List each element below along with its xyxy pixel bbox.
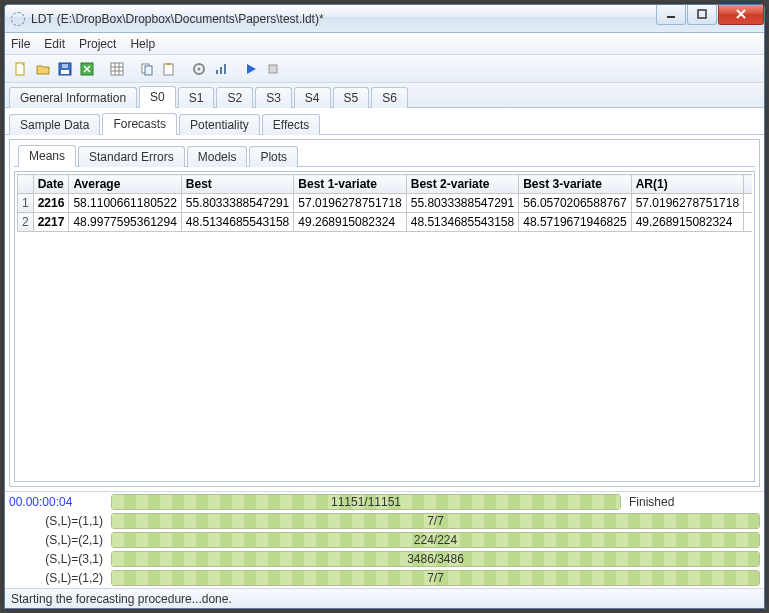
progress-main-row: 00.00:00:04 11151/11151 Finished: [9, 494, 760, 510]
progress-area: 00.00:00:04 11151/11151 Finished (S,L)=(…: [5, 491, 764, 588]
run-button[interactable]: [241, 59, 261, 79]
minimize-button[interactable]: [656, 5, 686, 25]
new-button[interactable]: [11, 59, 31, 79]
cell-b2[interactable]: 55.8033388547291: [406, 194, 518, 213]
cell-rownum: 2: [18, 213, 34, 232]
copy-button[interactable]: [137, 59, 157, 79]
progress-bar: 224/224: [111, 532, 760, 548]
sub-tab-strip: Sample Data Forecasts Potentiality Effec…: [5, 108, 764, 135]
cell-blank[interactable]: [744, 213, 752, 232]
window-title: LDT (E:\DropBox\Dropbox\Documents\Papers…: [31, 12, 656, 26]
tab-standard-errors[interactable]: Standard Errors: [78, 146, 185, 167]
export-button[interactable]: [77, 59, 97, 79]
col-date[interactable]: Date: [33, 175, 69, 194]
svg-rect-22: [224, 64, 226, 74]
col-best[interactable]: Best: [181, 175, 293, 194]
stop-button[interactable]: [263, 59, 283, 79]
tab-sample-data[interactable]: Sample Data: [9, 114, 100, 135]
tab-s5[interactable]: S5: [333, 87, 370, 108]
svg-rect-20: [216, 70, 218, 74]
tab-s1[interactable]: S1: [178, 87, 215, 108]
app-icon: [11, 12, 25, 26]
paste-button[interactable]: [159, 59, 179, 79]
svg-rect-1: [698, 10, 706, 18]
tab-s2[interactable]: S2: [216, 87, 253, 108]
tab-s0[interactable]: S0: [139, 86, 176, 108]
cell-ar1[interactable]: 57.0196278751718: [631, 194, 743, 213]
progress-label: (S,L)=(2,1): [9, 533, 103, 547]
grid-panel: Date Average Best Best 1-variate Best 2-…: [14, 171, 755, 482]
cell-b1[interactable]: 57.0196278751718: [294, 194, 406, 213]
close-button[interactable]: [718, 5, 764, 25]
sub2-tab-strip: Means Standard Errors Models Plots: [14, 140, 755, 167]
progress-bar: 7/7: [111, 570, 760, 586]
chart-button[interactable]: [211, 59, 231, 79]
col-best1[interactable]: Best 1-variate: [294, 175, 406, 194]
menu-help[interactable]: Help: [130, 37, 155, 51]
tab-general-information[interactable]: General Information: [9, 87, 137, 108]
content-area: Sample Data Forecasts Potentiality Effec…: [5, 108, 764, 608]
settings-button[interactable]: [189, 59, 209, 79]
elapsed-time: 00.00:00:04: [9, 495, 103, 509]
svg-rect-15: [145, 66, 152, 75]
col-rownum[interactable]: [18, 175, 34, 194]
titlebar[interactable]: LDT (E:\DropBox\Dropbox\Documents\Papers…: [5, 5, 764, 33]
col-best2[interactable]: Best 2-variate: [406, 175, 518, 194]
menubar: File Edit Project Help: [5, 33, 764, 55]
cell-b2[interactable]: 48.5134685543158: [406, 213, 518, 232]
col-blank[interactable]: [744, 175, 752, 194]
tab-s6[interactable]: S6: [371, 87, 408, 108]
cell-best[interactable]: 55.8033388547291: [181, 194, 293, 213]
svg-rect-21: [220, 67, 222, 74]
tab-forecasts[interactable]: Forecasts: [102, 113, 177, 135]
tab-potentiality[interactable]: Potentiality: [179, 114, 260, 135]
forecasts-panel: Means Standard Errors Models Plots Date …: [9, 139, 760, 487]
progress-row: (S,L)=(3,1) 3486/3486: [9, 551, 760, 567]
progress-label: (S,L)=(1,2): [9, 571, 103, 585]
table-button[interactable]: [107, 59, 127, 79]
svg-rect-23: [269, 65, 277, 73]
col-ar1[interactable]: AR(1): [631, 175, 743, 194]
tab-means[interactable]: Means: [18, 145, 76, 167]
table-row[interactable]: 1 2216 58.1100661180522 55.8033388547291…: [18, 194, 753, 213]
progress-row: (S,L)=(1,2) 7/7: [9, 570, 760, 586]
progress-main-status: Finished: [629, 495, 760, 509]
tab-effects[interactable]: Effects: [262, 114, 320, 135]
data-grid[interactable]: Date Average Best Best 1-variate Best 2-…: [17, 174, 752, 479]
menu-edit[interactable]: Edit: [44, 37, 65, 51]
progress-bar: 3486/3486: [111, 551, 760, 567]
app-window: LDT (E:\DropBox\Dropbox\Documents\Papers…: [4, 4, 765, 609]
col-average[interactable]: Average: [69, 175, 181, 194]
tab-plots[interactable]: Plots: [249, 146, 298, 167]
cell-date[interactable]: 2216: [33, 194, 69, 213]
progress-label: (S,L)=(3,1): [9, 552, 103, 566]
table-row[interactable]: 2 2217 48.9977595361294 48.5134685543158…: [18, 213, 753, 232]
open-button[interactable]: [33, 59, 53, 79]
cell-b3[interactable]: 48.5719671946825: [519, 213, 631, 232]
window-buttons: [656, 5, 764, 25]
svg-point-19: [198, 67, 201, 70]
save-button[interactable]: [55, 59, 75, 79]
cell-avg[interactable]: 58.1100661180522: [69, 194, 181, 213]
cell-best[interactable]: 48.5134685543158: [181, 213, 293, 232]
cell-blank[interactable]: [744, 194, 752, 213]
tab-s4[interactable]: S4: [294, 87, 331, 108]
svg-rect-6: [61, 70, 69, 74]
svg-rect-17: [167, 63, 170, 65]
col-best3[interactable]: Best 3-variate: [519, 175, 631, 194]
progress-main-bar: 11151/11151: [111, 494, 621, 510]
status-text: Starting the forecasting procedure...don…: [11, 592, 232, 606]
cell-b3[interactable]: 56.0570206588767: [519, 194, 631, 213]
cell-avg[interactable]: 48.9977595361294: [69, 213, 181, 232]
tab-models[interactable]: Models: [187, 146, 248, 167]
menu-project[interactable]: Project: [79, 37, 116, 51]
menu-file[interactable]: File: [11, 37, 30, 51]
cell-ar1[interactable]: 49.268915082324: [631, 213, 743, 232]
tab-s3[interactable]: S3: [255, 87, 292, 108]
cell-date[interactable]: 2217: [33, 213, 69, 232]
maximize-button[interactable]: [687, 5, 717, 25]
main-tab-strip: General Information S0 S1 S2 S3 S4 S5 S6: [5, 83, 764, 108]
progress-label: (S,L)=(1,1): [9, 514, 103, 528]
svg-rect-9: [111, 63, 123, 75]
cell-b1[interactable]: 49.268915082324: [294, 213, 406, 232]
